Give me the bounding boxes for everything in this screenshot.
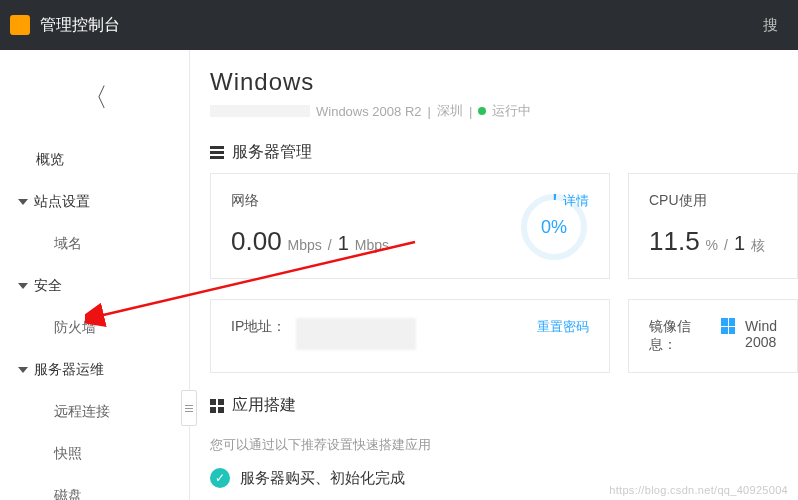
cpu-metric: 11.5 % / 1 核 — [649, 226, 777, 257]
network-value: 0.00 — [231, 226, 282, 257]
network-metric: 0.00 Mbps / 1 Mbps — [231, 226, 389, 257]
card-network: 网络 0.00 Mbps / 1 Mbps — [210, 173, 610, 279]
divider: | — [469, 104, 472, 119]
section-server-mgmt-head: 服务器管理 — [210, 142, 798, 173]
search-hint[interactable]: 搜 — [763, 16, 778, 35]
cpu-core-unit: 核 — [751, 237, 765, 255]
cpu-cores: 1 — [734, 232, 745, 255]
image-label: 镜像信息： — [649, 318, 711, 354]
gauge-value: 0% — [541, 217, 567, 238]
status-text: 运行中 — [492, 102, 531, 120]
topbar: 管理控制台 搜 — [0, 0, 798, 50]
windows-icon — [721, 318, 735, 334]
caret-down-icon — [18, 367, 28, 373]
step-text: 服务器购买、初始化完成 — [240, 469, 405, 488]
caret-down-icon — [18, 199, 28, 205]
sidebar-item-remote[interactable]: 远程连接 — [0, 391, 189, 433]
network-sep: / — [328, 237, 332, 253]
app-build-desc: 您可以通过以下推荐设置快速搭建应用 — [210, 436, 798, 454]
watermark: https://blog.csdn.net/qq_40925004 — [609, 484, 788, 496]
page-subtitle: Windows 2008 R2 | 深圳 | 运行中 — [210, 102, 798, 120]
image-os-line2: 2008 — [745, 334, 777, 350]
region: 深圳 — [437, 102, 463, 120]
sidebar-group-security[interactable]: 安全 — [0, 265, 189, 307]
sidebar-group-ops[interactable]: 服务器运维 — [0, 349, 189, 391]
sidebar-group-ops-label: 服务器运维 — [34, 361, 104, 379]
sidebar-item-firewall[interactable]: 防火墙 — [0, 307, 189, 349]
image-os-line1: Wind — [745, 318, 777, 334]
os-fragment: Windows 2008 R2 — [316, 104, 422, 119]
sidebar-collapse-handle[interactable] — [181, 390, 197, 426]
card-cpu: CPU使用 11.5 % / 1 核 — [628, 173, 798, 279]
section-app-build-title: 应用搭建 — [232, 395, 296, 416]
main-content: Windows Windows 2008 R2 | 深圳 | 运行中 服务器管理… — [190, 50, 798, 500]
logo-icon — [10, 15, 30, 35]
grid-icon — [210, 399, 224, 413]
layout: 〈 概览 站点设置 域名 安全 防火墙 服务器运维 远程连接 快照 磁盘 Win… — [0, 50, 798, 500]
sidebar-group-site[interactable]: 站点设置 — [0, 181, 189, 223]
ip-label: IP地址： — [231, 318, 286, 350]
sidebar-group-site-label: 站点设置 — [34, 193, 90, 211]
list-icon — [210, 146, 224, 159]
cpu-pct: % — [706, 237, 718, 253]
redacted-name — [210, 105, 310, 117]
cpu-sep: / — [724, 237, 728, 253]
status-dot-icon — [478, 107, 486, 115]
check-icon: ✓ — [210, 468, 230, 488]
page-title: Windows — [210, 68, 798, 96]
reset-password-link[interactable]: 重置密码 — [537, 318, 589, 336]
image-block: 镜像信息： Wind 2008 — [628, 299, 798, 373]
back-button[interactable]: 〈 — [0, 60, 189, 139]
card-cpu-title: CPU使用 — [649, 192, 777, 210]
section-server-mgmt-title: 服务器管理 — [232, 142, 312, 163]
sidebar-item-disk[interactable]: 磁盘 — [0, 475, 189, 500]
caret-down-icon — [18, 283, 28, 289]
network-cap: 1 — [338, 232, 349, 255]
network-detail-link[interactable]: 详情 — [563, 192, 589, 210]
sidebar-item-snapshot[interactable]: 快照 — [0, 433, 189, 475]
cpu-value: 11.5 — [649, 226, 700, 257]
topbar-left: 管理控制台 — [20, 15, 120, 36]
ip-redacted — [296, 318, 416, 350]
sidebar-item-overview[interactable]: 概览 — [0, 139, 189, 181]
network-unit1: Mbps — [288, 237, 322, 253]
section-app-build-head: 应用搭建 — [210, 395, 798, 426]
network-unit2: Mbps — [355, 237, 389, 253]
sidebar: 〈 概览 站点设置 域名 安全 防火墙 服务器运维 远程连接 快照 磁盘 — [0, 50, 190, 500]
topbar-title: 管理控制台 — [40, 15, 120, 36]
section-app-build: 应用搭建 您可以通过以下推荐设置快速搭建应用 ✓ 服务器购买、初始化完成 — [210, 395, 798, 488]
sidebar-item-domain[interactable]: 域名 — [0, 223, 189, 265]
info-row: IP地址： 重置密码 镜像信息： Wind 2008 — [210, 299, 798, 373]
ip-block: IP地址： 重置密码 — [210, 299, 610, 373]
metric-cards: 网络 0.00 Mbps / 1 Mbps — [210, 173, 798, 279]
card-network-title: 网络 — [231, 192, 389, 210]
divider: | — [428, 104, 431, 119]
sidebar-group-security-label: 安全 — [34, 277, 62, 295]
